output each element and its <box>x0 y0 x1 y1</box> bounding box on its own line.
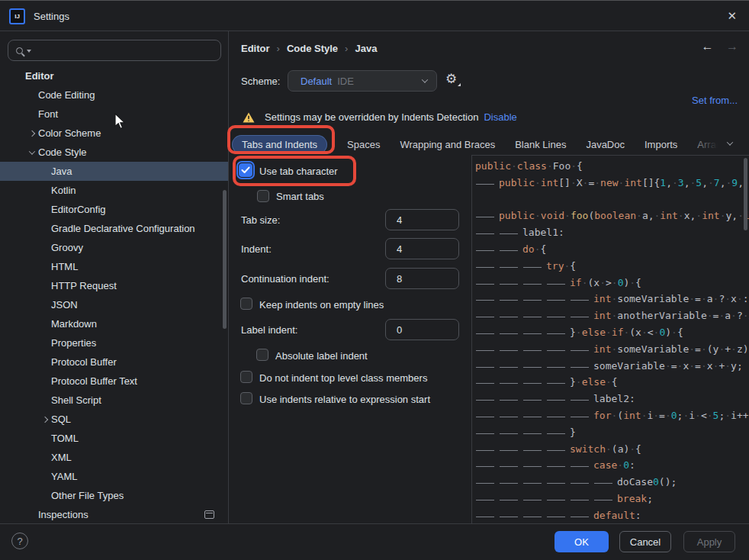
tab-whitespace-glyph <box>475 311 499 321</box>
breadcrumb-segment[interactable]: Code Style <box>287 43 338 54</box>
breadcrumb-segment[interactable]: Java <box>355 43 377 54</box>
tab-whitespace-glyph <box>593 478 617 488</box>
sidebar-item-code-style[interactable]: Code Style <box>0 143 228 162</box>
scheme-value-suffix: IDE <box>337 76 354 87</box>
tab-whitespace-glyph <box>522 478 546 488</box>
sidebar-item-kotlin[interactable]: Kotlin <box>0 181 228 200</box>
tab-whitespace-glyph <box>522 378 546 388</box>
tab-whitespace-glyph <box>475 179 499 188</box>
keep-indents-label: Keep indents on empty lines <box>259 299 384 311</box>
tab-whitespace-glyph <box>499 394 522 404</box>
history-nav: ← → <box>702 40 738 53</box>
use-tab-character-checkbox[interactable] <box>239 163 252 177</box>
sidebar-item-sql[interactable]: SQL <box>0 410 228 429</box>
tab-whitespace-glyph <box>522 311 546 321</box>
sidebar-item-label: EditorConfig <box>51 204 106 215</box>
code-line: int·someVariable·=·a·?·x·:·y; <box>475 291 749 307</box>
sidebar-item-http-request[interactable]: HTTP Request <box>0 276 228 295</box>
tab-whitespace-glyph <box>593 494 617 504</box>
sidebar-item-json[interactable]: JSON <box>0 295 228 314</box>
back-arrow-icon[interactable]: ← <box>702 40 714 53</box>
breadcrumb-separator: › <box>277 43 280 54</box>
sidebar-item-shell-script[interactable]: Shell Script <box>0 391 228 410</box>
tab-whitespace-glyph <box>546 362 570 372</box>
sidebar-item-markdown[interactable]: Markdown <box>0 314 228 333</box>
tabs-overflow-chevron-icon[interactable] <box>727 139 733 145</box>
sidebar-item-code-editing[interactable]: Code Editing <box>0 85 228 105</box>
code-lines: public·class·Foo·{public·int[]·X·=·new·i… <box>475 158 749 523</box>
search-options-chevron-icon[interactable] <box>27 50 31 53</box>
keep-indents-checkbox[interactable] <box>240 298 252 310</box>
code-line: default: <box>475 507 749 523</box>
continuation-indent-input[interactable] <box>385 268 459 289</box>
tree-chevron-icon[interactable] <box>25 150 38 155</box>
tree-chevron-icon[interactable] <box>38 417 51 422</box>
sidebar-item-font[interactable]: Font <box>0 105 228 124</box>
breadcrumb-segment[interactable]: Editor <box>241 43 270 54</box>
search-icon <box>16 47 23 54</box>
sidebar-item-editor[interactable]: Editor <box>0 66 228 85</box>
tab-whitespace-glyph <box>546 411 570 421</box>
settings-sidebar: EditorCode EditingFontColor SchemeCode S… <box>0 31 229 523</box>
tab-whitespace-glyph <box>570 411 593 421</box>
tab-whitespace-glyph <box>475 394 499 404</box>
tab-imports[interactable]: Imports <box>645 139 677 150</box>
help-icon[interactable]: ? <box>11 533 28 549</box>
sidebar-item-java[interactable]: Java <box>0 162 228 181</box>
indents-relative-checkbox[interactable] <box>240 392 252 404</box>
disable-link[interactable]: Disable <box>484 111 516 123</box>
sidebar-item-toml[interactable]: TOML <box>0 429 228 448</box>
tab-whitespace-glyph <box>546 511 570 521</box>
sidebar-item-gradle-declarative-configuration[interactable]: Gradle Declarative Configuration <box>0 219 228 238</box>
indents-relative-label: Use indents relative to expression start <box>259 394 430 405</box>
sidebar-item-color-scheme[interactable]: Color Scheme <box>0 124 228 143</box>
tab-size-input[interactable] <box>385 209 459 230</box>
tab-whitespace-glyph <box>499 262 522 272</box>
sidebar-item-properties[interactable]: Properties <box>0 333 228 352</box>
sidebar-item-yaml[interactable]: YAML <box>0 467 228 486</box>
scheme-gear-icon[interactable]: ⚙ <box>445 71 457 86</box>
sidebar-item-groovy[interactable]: Groovy <box>0 238 228 257</box>
tab-whitespace-glyph <box>522 278 546 288</box>
code-line: someVariable·=·x·=·x·+·y; <box>475 358 749 375</box>
sidebar-item-protocol-buffer-text[interactable]: Protocol Buffer Text <box>0 372 228 391</box>
tab-whitespace-glyph <box>475 278 499 288</box>
pinned-pane-icon[interactable] <box>204 510 214 519</box>
scheme-dropdown[interactable]: Default IDE <box>288 70 437 92</box>
preview-vertical-scrollbar[interactable] <box>744 158 747 230</box>
sidebar-item-label: Gradle Declarative Configuration <box>51 223 195 234</box>
sidebar-item-editorconfig[interactable]: EditorConfig <box>0 200 228 219</box>
tab-whitespace-glyph <box>475 294 499 304</box>
smart-tabs-checkbox[interactable] <box>257 190 269 202</box>
sidebar-item-label: Protocol Buffer Text <box>51 375 137 387</box>
ok-button[interactable]: OK <box>555 531 609 552</box>
cancel-button[interactable]: Cancel <box>619 531 671 552</box>
tab-whitespace-glyph <box>546 328 570 338</box>
no-indent-top-level-checkbox[interactable] <box>240 371 252 383</box>
tab-whitespace-glyph <box>522 345 546 355</box>
tab-whitespace-glyph <box>546 345 570 355</box>
sidebar-item-html[interactable]: HTML <box>0 257 228 276</box>
no-indent-top-level-label: Do not indent top level class members <box>259 372 427 384</box>
settings-search-input[interactable] <box>8 40 221 61</box>
absolute-label-indent-checkbox[interactable] <box>256 349 268 361</box>
tab-whitespace-glyph <box>499 345 522 355</box>
sidebar-item-other-file-types[interactable]: Other File Types <box>0 486 228 505</box>
tab-whitespace-glyph <box>499 511 522 521</box>
sidebar-item-inspections[interactable]: Inspections <box>0 505 228 523</box>
tree-chevron-icon[interactable] <box>25 131 38 136</box>
set-from-link[interactable]: Set from... <box>692 95 738 106</box>
tab-javadoc[interactable]: JavaDoc <box>586 139 625 150</box>
close-icon[interactable]: ✕ <box>727 9 737 23</box>
tab-whitespace-glyph <box>499 494 522 504</box>
sidebar-item-xml[interactable]: XML <box>0 448 228 467</box>
tab-blank-lines[interactable]: Blank Lines <box>515 139 566 150</box>
tab-tabs-and-indents[interactable]: Tabs and Indents <box>232 135 327 154</box>
sidebar-scrollbar[interactable] <box>223 190 227 329</box>
tab-whitespace-glyph <box>570 394 593 404</box>
label-indent-input[interactable] <box>385 319 459 340</box>
tab-spaces[interactable]: Spaces <box>347 139 380 150</box>
sidebar-item-protocol-buffer[interactable]: Protocol Buffer <box>0 352 228 372</box>
tab-wrapping-and-braces[interactable]: Wrapping and Braces <box>400 139 495 150</box>
indent-input[interactable] <box>385 238 459 259</box>
